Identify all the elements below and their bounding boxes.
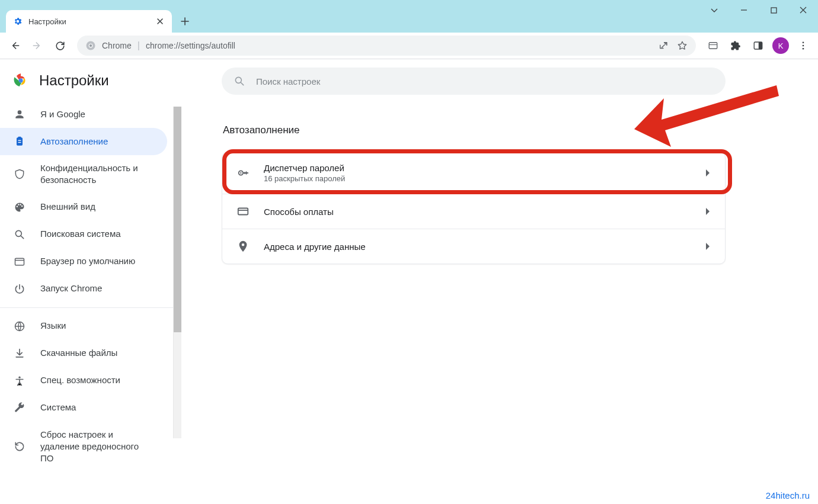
sidebar-title: Настройки [39,72,109,89]
extensions-icon[interactable] [726,36,746,56]
omnibox[interactable]: Chrome | chrome://settings/autofill [77,36,696,56]
sidebar: Настройки Я и Google Автозаполнение Конф… [0,59,173,471]
sidebar-item-label: Я и Google [40,108,85,120]
sidebar-item-label: Языки [40,320,66,332]
sidebar-item-label: Запуск Chrome [40,283,102,294]
minimize-button[interactable] [729,0,759,20]
card-row-payments[interactable]: Способы оплаты [222,194,725,229]
card-row-addresses[interactable]: Адреса и другие данные [222,229,725,264]
watermark: 24hitech.ru [766,490,810,500]
chevron-right-icon [705,207,711,216]
settings-search[interactable] [222,68,726,95]
location-icon [237,240,250,253]
svg-rect-6 [759,42,762,49]
new-tab-button[interactable] [175,12,194,31]
svg-point-3 [90,44,92,47]
scrollbar-thumb[interactable] [174,107,181,332]
card-row-title: Адреса и другие данные [264,242,691,252]
svg-rect-16 [18,142,21,143]
sidebar-item-label: Внешний вид [40,201,95,213]
shield-icon [13,168,26,181]
sidebar-item-appearance[interactable]: Внешний вид [0,194,167,221]
main-content: Автозаполнение Диспетчер паролей 16 раск… [181,59,818,504]
user-icon [13,108,26,121]
svg-rect-14 [18,137,21,139]
reload-button[interactable] [50,36,70,56]
accessibility-icon [13,374,26,387]
sidebar-item-label: Сброс настроек и удаление вредоносного П… [40,429,154,465]
sidebar-item-you-and-google[interactable]: Я и Google [0,101,167,128]
sidebar-item-on-startup[interactable]: Запуск Chrome [0,275,167,303]
tab-title: Настройки [28,17,149,26]
sidebar-item-label: Спец. возможности [40,374,120,386]
sidebar-item-label: Скачанные файлы [40,347,117,359]
omnibox-url: chrome://settings/autofill [146,41,235,50]
clipboard-icon [13,135,26,148]
sidebar-item-autofill[interactable]: Автозаполнение [0,128,167,155]
omnibox-separator: | [138,40,140,51]
sidebar-scrollbar[interactable] [173,107,181,438]
sidebar-item-search-engine[interactable]: Поисковая система [0,221,167,248]
browser-tab[interactable]: Настройки [6,10,172,33]
close-icon[interactable] [155,17,165,26]
chrome-logo-icon [13,73,28,88]
back-button[interactable] [5,36,25,56]
chevron-right-icon [705,169,711,177]
avatar-letter: K [772,37,789,54]
svg-rect-13 [17,137,23,145]
translate-icon[interactable] [703,36,723,56]
restore-icon [13,440,26,453]
chevron-right-icon [705,242,711,251]
sidebar-item-label: Автозаполнение [40,136,108,147]
sidebar-item-accessibility[interactable]: Спец. возможности [0,367,167,394]
maximize-button[interactable] [759,0,788,20]
sidebar-item-label: Браузер по умолчанию [40,255,135,267]
window-icon [13,255,26,268]
wrench-icon [13,402,26,415]
key-icon [237,166,250,179]
sidebar-header: Настройки [0,72,173,89]
share-icon[interactable] [658,40,669,51]
svg-point-9 [803,48,804,50]
close-button[interactable] [788,0,818,20]
star-icon[interactable] [677,40,688,51]
svg-rect-15 [18,140,21,141]
sidebar-item-privacy[interactable]: Конфиденциальность и безопасность [0,155,167,194]
svg-point-17 [15,230,21,236]
section-heading: Автозаполнение [223,124,771,136]
power-icon [13,283,26,296]
chrome-icon [85,40,96,51]
globe-icon [13,320,26,333]
card-row-title: Способы оплаты [264,207,691,217]
search-input[interactable] [256,76,714,86]
download-icon [13,347,26,360]
autofill-card: Диспетчер паролей 16 раскрытых паролей С… [222,152,726,264]
toolbar: Chrome | chrome://settings/autofill K [0,33,818,59]
sidebar-item-label: Поисковая система [40,228,121,240]
sidebar-item-label: Конфиденциальность и безопасность [40,162,154,187]
sidebar-item-reset[interactable]: Сброс настроек и удаление вредоносного П… [0,422,167,472]
gear-icon [13,17,23,26]
card-row-title: Диспетчер паролей [264,163,691,173]
profile-avatar[interactable]: K [771,36,791,56]
titlebar: Настройки [0,0,818,33]
svg-point-7 [803,41,804,43]
sidepanel-icon[interactable] [748,36,768,56]
sidebar-item-languages[interactable]: Языки [0,313,167,340]
forward-button[interactable] [27,36,47,56]
card-row-passwords[interactable]: Диспетчер паролей 16 раскрытых паролей [222,152,725,194]
svg-point-8 [803,45,804,47]
sidebar-item-system[interactable]: Система [0,394,167,422]
sidebar-item-default-browser[interactable]: Браузер по умолчанию [0,248,167,275]
chevron-down-icon[interactable] [699,0,729,20]
search-icon [13,228,26,241]
search-icon [234,75,245,87]
svg-point-23 [240,172,241,174]
sidebar-item-downloads[interactable]: Скачанные файлы [0,340,167,367]
menu-icon[interactable] [793,36,813,56]
svg-point-20 [18,376,20,378]
credit-card-icon [237,205,250,218]
svg-rect-18 [15,258,24,265]
sidebar-divider [0,307,173,308]
card-row-subtitle: 16 раскрытых паролей [264,174,691,183]
